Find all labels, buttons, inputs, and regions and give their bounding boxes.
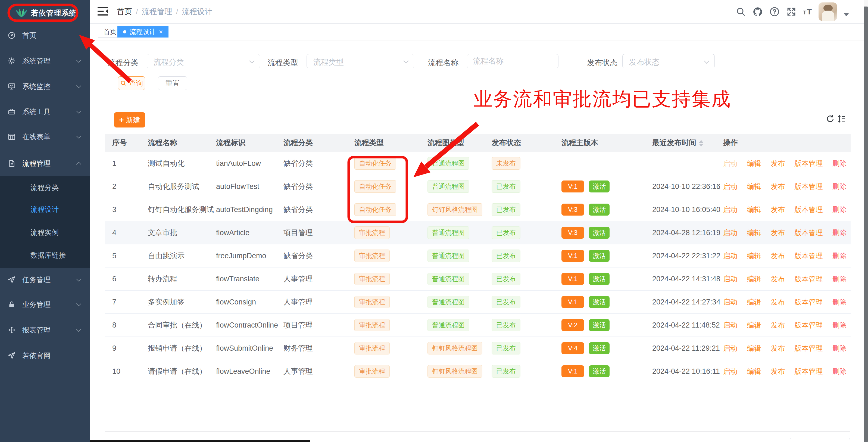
avatar-caret-icon[interactable] [843,13,849,16]
chevron-down-icon [704,58,709,64]
op-publish[interactable]: 发布 [771,229,785,237]
search-button[interactable]: 查询 [118,77,145,90]
op-version-manage[interactable]: 版本管理 [795,298,823,306]
fullscreen-icon[interactable] [786,6,797,17]
op-version-manage[interactable]: 版本管理 [795,367,823,375]
diagram-type-tag: 普通流程图 [428,319,469,331]
op-start[interactable]: 启动 [723,182,737,190]
op-start[interactable]: 启动 [723,252,737,260]
op-publish[interactable]: 发布 [771,298,785,306]
op-start[interactable]: 启动 [723,321,737,329]
sidebar-item-monitor[interactable]: 系统监控 [0,77,90,96]
op-publish[interactable]: 发布 [771,367,785,375]
op-delete[interactable]: 删除 [832,229,846,237]
op-publish[interactable]: 发布 [771,321,785,329]
sidebar-item-report-management[interactable]: 报表管理 [0,321,90,340]
pagination[interactable] [790,438,850,442]
op-version-manage[interactable]: 版本管理 [795,182,823,190]
op-version-manage[interactable]: 版本管理 [795,321,823,329]
op-delete[interactable]: 删除 [832,159,846,168]
breadcrumb-home[interactable]: 首页 [117,6,132,17]
op-edit[interactable]: 编辑 [747,159,761,168]
op-edit[interactable]: 编辑 [747,182,761,190]
cell-name: 测试自动化 [148,152,216,175]
sidebar-item-task-management[interactable]: 任务管理 [0,270,90,289]
sidebar-item-flow-instance[interactable]: 流程实例 [0,224,90,241]
reset-button[interactable]: 重置 [158,77,187,90]
logo[interactable]: 若依管理系统 [0,0,90,26]
op-edit[interactable]: 编辑 [747,367,761,375]
op-version-manage[interactable]: 版本管理 [795,252,823,260]
sidebar-item-label: 在线表单 [22,132,51,142]
op-delete[interactable]: 删除 [832,298,846,306]
op-edit[interactable]: 编辑 [747,344,761,352]
filter-status-select[interactable]: 发布状态 [622,54,715,68]
sidebar-item-online-form[interactable]: 在线表单 [0,127,90,146]
search-icon [120,80,127,86]
op-version-manage[interactable]: 版本管理 [795,229,823,237]
op-delete[interactable]: 删除 [832,206,846,214]
refresh-icon[interactable] [826,114,835,123]
op-edit[interactable]: 编辑 [747,298,761,306]
op-start[interactable]: 启动 [723,206,737,214]
op-publish[interactable]: 发布 [771,344,785,352]
op-start[interactable]: 启动 [723,159,737,168]
op-delete[interactable]: 删除 [832,182,846,190]
op-version-manage[interactable]: 版本管理 [795,206,823,214]
sidebar-item-flow-category[interactable]: 流程分类 [0,179,90,196]
op-edit[interactable]: 编辑 [747,321,761,329]
filter-type-select[interactable]: 流程类型 [307,54,414,68]
op-start[interactable]: 启动 [723,367,737,375]
sidebar-item-ruoyi-site[interactable]: 若依官网 [0,346,90,365]
sidebar-item-flow-management[interactable]: 流程管理 [0,154,90,173]
github-icon[interactable] [752,6,763,17]
column-settings-icon[interactable] [837,114,846,123]
op-edit[interactable]: 编辑 [747,275,761,283]
flow-type-tag: 审批流程 [354,227,390,239]
help-icon[interactable] [769,6,780,17]
op-version-manage[interactable]: 版本管理 [795,275,823,283]
op-publish[interactable]: 发布 [771,252,785,260]
breadcrumb: 首页 / 流程管理 / 流程设计 [117,0,213,23]
op-edit[interactable]: 编辑 [747,229,761,237]
op-start[interactable]: 启动 [723,275,737,283]
sidebar-fold-icon[interactable] [97,6,109,17]
op-delete[interactable]: 删除 [832,367,846,375]
op-version-manage[interactable]: 版本管理 [795,159,823,168]
scrollbar-thumb[interactable] [864,6,868,442]
op-delete[interactable]: 删除 [832,321,846,329]
sidebar-item-flow-design[interactable]: 流程设计 [0,201,90,218]
search-icon[interactable] [736,6,746,17]
flow-submenu: 流程分类 流程设计 流程实例 数据库链接 [0,176,90,268]
tab-flow-design[interactable]: 流程设计 × [117,26,168,37]
op-start[interactable]: 启动 [723,229,737,237]
close-icon[interactable]: × [159,29,163,35]
op-delete[interactable]: 删除 [832,275,846,283]
sidebar-item-db-link[interactable]: 数据库链接 [0,246,90,264]
filter-name-input[interactable] [467,54,558,68]
op-publish[interactable]: 发布 [771,182,785,190]
filter-category-select[interactable]: 流程分类 [147,54,260,68]
op-version-manage[interactable]: 版本管理 [795,344,823,352]
flow-type-tag: 自动化任务 [354,180,396,193]
sidebar-item-business-management[interactable]: 业务管理 [0,295,90,314]
sidebar-item-system[interactable]: 系统管理 [0,51,90,70]
op-delete[interactable]: 删除 [832,252,846,260]
create-button[interactable]: + 新建 [114,112,145,127]
diagram-type-tag: 普通流程图 [428,180,469,193]
op-publish[interactable]: 发布 [771,275,785,283]
sidebar-item-home[interactable]: 首页 [0,26,90,45]
breadcrumb-flow-management[interactable]: 流程管理 [142,6,172,17]
sidebar-item-tools[interactable]: 系统工具 [0,102,90,121]
op-delete[interactable]: 删除 [832,344,846,352]
op-edit[interactable]: 编辑 [747,206,761,214]
op-edit[interactable]: 编辑 [747,252,761,260]
avatar[interactable] [818,2,837,21]
sort-caret-icon[interactable] [699,140,703,147]
op-start[interactable]: 启动 [723,298,737,306]
op-publish[interactable]: 发布 [771,206,785,214]
op-start[interactable]: 启动 [723,344,737,352]
font-size-icon[interactable]: TT [803,7,812,16]
col-version: 流程主版本 [561,134,652,152]
op-publish[interactable]: 发布 [771,159,785,168]
